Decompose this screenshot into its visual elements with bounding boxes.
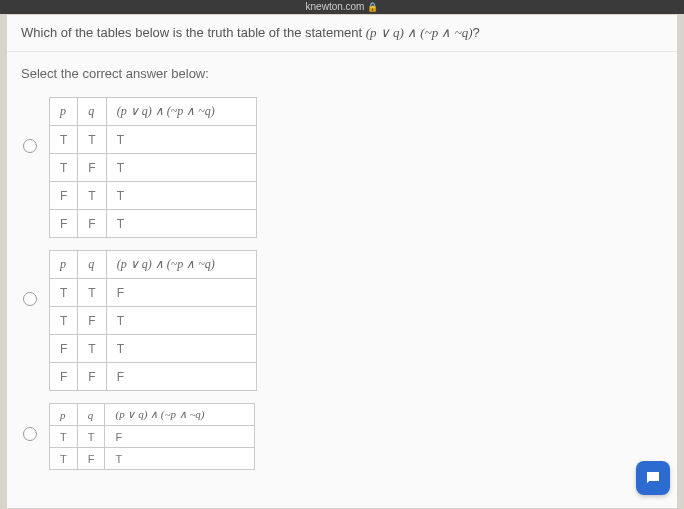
chat-button[interactable] bbox=[636, 461, 670, 495]
truth-table: p q (p ∨ q) ∧ (~p ∧ ~q) TTT TFT FTT FFT bbox=[49, 97, 257, 238]
table-row: FFF bbox=[50, 363, 257, 391]
answer-option[interactable]: p q (p ∨ q) ∧ (~p ∧ ~q) TTF TFT bbox=[15, 397, 669, 470]
header-p: p bbox=[50, 404, 78, 426]
table-row: TFT bbox=[50, 307, 257, 335]
lock-icon: 🔒 bbox=[367, 2, 378, 12]
table-row: FFT bbox=[50, 210, 257, 238]
header-q: q bbox=[78, 98, 106, 126]
question-formula: (p ∨ q) ∧ (~p ∧ ~q) bbox=[366, 25, 473, 40]
truth-table: p q (p ∨ q) ∧ (~p ∧ ~q) TTF TFT FTT FFF bbox=[49, 250, 257, 391]
truth-table: p q (p ∨ q) ∧ (~p ∧ ~q) TTF TFT bbox=[49, 403, 255, 470]
question-suffix: ? bbox=[473, 25, 480, 40]
page-domain: knewton.com bbox=[306, 1, 365, 12]
table-row: TTT bbox=[50, 126, 257, 154]
header-q: q bbox=[78, 251, 106, 279]
header-q: q bbox=[77, 404, 105, 426]
header-p: p bbox=[50, 98, 78, 126]
table-row: TFT bbox=[50, 154, 257, 182]
answer-option[interactable]: p q (p ∨ q) ∧ (~p ∧ ~q) TTF TFT FTT FFF bbox=[15, 244, 669, 397]
header-expr: (p ∨ q) ∧ (~p ∧ ~q) bbox=[106, 98, 256, 126]
table-row: FTT bbox=[50, 182, 257, 210]
table-row: TTF bbox=[50, 279, 257, 307]
chat-icon bbox=[644, 469, 662, 487]
answer-option[interactable]: p q (p ∨ q) ∧ (~p ∧ ~q) TTT TFT FTT FFT bbox=[15, 91, 669, 244]
page-content: Which of the tables below is the truth t… bbox=[6, 14, 678, 509]
table-row: TFT bbox=[50, 448, 255, 470]
header-expr: (p ∨ q) ∧ (~p ∧ ~q) bbox=[106, 251, 256, 279]
table-row: FTT bbox=[50, 335, 257, 363]
table-row: TTF bbox=[50, 426, 255, 448]
svg-rect-1 bbox=[649, 477, 654, 478]
svg-rect-0 bbox=[649, 475, 657, 476]
instruction-text: Select the correct answer below: bbox=[7, 52, 677, 91]
answer-options: p q (p ∨ q) ∧ (~p ∧ ~q) TTT TFT FTT FFT … bbox=[7, 91, 677, 470]
header-p: p bbox=[50, 251, 78, 279]
browser-address-bar: knewton.com🔒 bbox=[0, 0, 684, 14]
header-expr: (p ∨ q) ∧ (~p ∧ ~q) bbox=[105, 404, 255, 426]
radio-button[interactable] bbox=[23, 292, 37, 306]
question-text: Which of the tables below is the truth t… bbox=[7, 15, 677, 52]
radio-button[interactable] bbox=[23, 427, 37, 441]
question-prefix: Which of the tables below is the truth t… bbox=[21, 25, 366, 40]
radio-button[interactable] bbox=[23, 139, 37, 153]
